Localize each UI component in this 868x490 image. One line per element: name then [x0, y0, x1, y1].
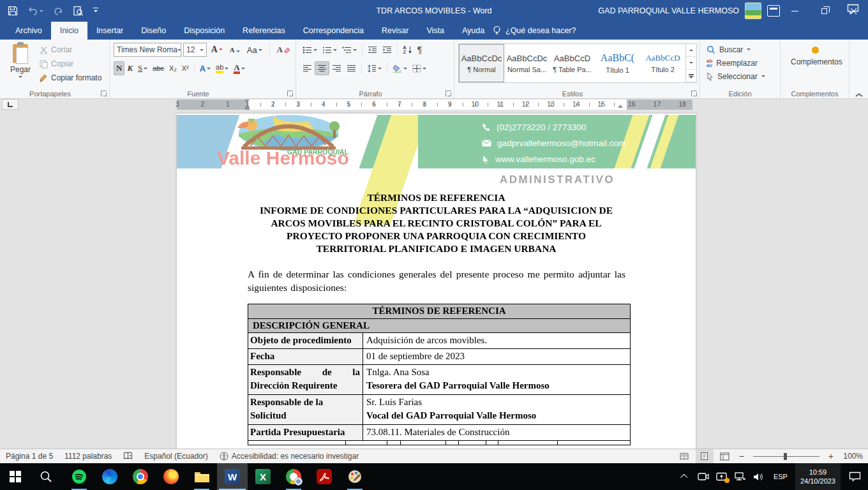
table-row[interactable]: Responsable de la Dirección Requirente T…	[248, 364, 630, 394]
ribbon-tab[interactable]: Ayuda	[453, 22, 493, 40]
table-subtitle-row[interactable]: DESCRIPCIÓN GENERAL	[248, 318, 630, 332]
document-page[interactable]: (02)2773220 / 2773300 gadprvallehermoso@…	[177, 114, 696, 449]
collapse-ribbon-icon[interactable]	[855, 92, 862, 96]
clear-formatting-button[interactable]: A	[274, 43, 293, 57]
align-left-button[interactable]	[300, 61, 315, 75]
language-indicator[interactable]: Español (Ecuador)	[138, 449, 213, 463]
table-row-label[interactable]: Partida Presupuestaria	[248, 425, 363, 440]
find-button[interactable]: Buscar	[707, 43, 777, 56]
table-row-value[interactable]: Adquisición de arcos movibles.	[363, 333, 630, 348]
style-item[interactable]: AaBbCcD ¶ Table Pa...	[550, 44, 595, 82]
table-row-label[interactable]: Responsable de la Dirección Requirente	[248, 365, 363, 394]
cut-button[interactable]: Cortar	[40, 44, 101, 56]
ribbon-tab[interactable]: Inicio	[51, 22, 87, 40]
action-center-icon[interactable]	[845, 471, 864, 482]
italic-button[interactable]: K	[124, 61, 135, 75]
hidden-icons-chevron[interactable]	[678, 474, 692, 479]
styles-scroll-up-icon[interactable]	[686, 44, 696, 57]
taskbar-edge[interactable]	[94, 463, 125, 490]
numbering-button[interactable]	[320, 43, 340, 57]
borders-button[interactable]	[410, 61, 429, 75]
left-indent-marker[interactable]	[244, 102, 250, 108]
ribbon-tab[interactable]: Disposición	[175, 22, 234, 40]
multilevel-list-button[interactable]	[340, 43, 359, 57]
subscript-button[interactable]: X₂	[167, 61, 179, 75]
taskbar-spotify[interactable]	[64, 463, 94, 490]
table-row[interactable]: Fecha 01 de septiembre de 2023	[248, 348, 630, 364]
align-center-button[interactable]	[315, 61, 329, 75]
style-item[interactable]: AaBbC( Título 1	[595, 44, 640, 82]
language-switcher[interactable]: ESP	[770, 473, 791, 480]
table-row-label[interactable]: Responsable de la Solicitud	[248, 395, 363, 424]
read-mode-button[interactable]	[675, 449, 693, 463]
style-item[interactable]: AaBbCcDc ¶ Normal	[459, 44, 504, 82]
increase-indent-button[interactable]	[380, 43, 394, 57]
search-button[interactable]	[31, 463, 61, 490]
style-item[interactable]: AaBbCcDc Normal Sa...	[504, 44, 550, 82]
taskbar-file-explorer[interactable]	[186, 463, 217, 490]
tab-stop-selector[interactable]	[2, 99, 19, 110]
decrease-indent-button[interactable]	[365, 43, 380, 57]
zoom-slider-handle[interactable]	[784, 453, 787, 460]
ribbon-display-options-icon[interactable]	[767, 5, 780, 17]
zoom-in-button[interactable]: +	[826, 451, 836, 461]
table-row[interactable]: Responsable de la Solicitud Sr. Luis Far…	[248, 394, 630, 424]
taskbar-chrome[interactable]	[125, 463, 156, 490]
web-layout-button[interactable]	[716, 449, 734, 463]
ribbon-tab[interactable]: Archivo	[6, 22, 51, 40]
superscript-button[interactable]: X²	[179, 61, 191, 75]
redo-icon[interactable]	[53, 6, 63, 16]
line-spacing-button[interactable]	[364, 61, 384, 75]
table-row-value[interactable]: Tnlga. Ana Sosa Tesorera del GAD Parroqu…	[363, 365, 630, 394]
zoom-level[interactable]: 100%	[839, 452, 863, 461]
font-name-combobox[interactable]: Times New Roma	[114, 43, 181, 57]
clipboard-dialog-launcher-icon[interactable]	[101, 91, 107, 96]
text-effects-button[interactable]: A	[197, 61, 213, 75]
styles-scroll-down-icon[interactable]	[686, 57, 696, 70]
font-size-combobox[interactable]: 12	[183, 43, 207, 57]
change-case-button[interactable]: Aa	[244, 43, 265, 57]
copy-button[interactable]: Copiar	[40, 58, 101, 70]
replace-button[interactable]: abac Reemplazar	[707, 56, 777, 70]
tell-me-box[interactable]: ¿Qué desea hacer?	[493, 22, 576, 40]
bullets-button[interactable]	[300, 43, 320, 57]
table-row-value[interactable]: 73.08.11. Materiales de Construcción	[363, 425, 630, 440]
taskbar-clock[interactable]: 10:59 24/10/2023	[795, 463, 841, 490]
ribbon-tab[interactable]: Revisar	[373, 22, 417, 40]
document-heading[interactable]: TÉRMINOS DE REFERENCIAINFORME DE CONDICI…	[177, 191, 696, 255]
undo-icon[interactable]	[27, 6, 43, 16]
underline-button[interactable]: S	[135, 61, 150, 75]
save-icon[interactable]	[8, 6, 18, 16]
print-preview-icon[interactable]	[73, 6, 84, 17]
table-title-row[interactable]: TÉRMINOS DE REFERENCIA	[248, 304, 630, 318]
print-layout-button[interactable]	[696, 449, 714, 463]
table-row-label[interactable]: Fecha	[248, 349, 363, 364]
left-indent-box-marker[interactable]	[245, 108, 250, 110]
right-indent-marker[interactable]	[618, 102, 623, 108]
paragraph-dialog-launcher-icon[interactable]	[445, 91, 451, 96]
customize-qat-icon[interactable]	[93, 8, 98, 15]
bold-button[interactable]: N	[114, 61, 124, 75]
taskbar-word[interactable]: W	[217, 463, 248, 490]
show-formatting-marks-button[interactable]: ¶	[415, 43, 425, 57]
select-button[interactable]: Seleccionar	[707, 70, 777, 83]
align-right-button[interactable]	[329, 61, 344, 75]
page-indicator[interactable]: Página 1 de 5	[0, 449, 59, 463]
taskbar-firefox[interactable]	[156, 463, 186, 490]
word-count[interactable]: 1112 palabras	[59, 449, 117, 463]
intro-paragraph[interactable]: A fin de determinar las condiciones gene…	[248, 267, 625, 294]
format-painter-button[interactable]: Copiar formato	[40, 72, 101, 84]
font-dialog-launcher-icon[interactable]	[287, 91, 293, 96]
ribbon-tab[interactable]: Referencias	[234, 22, 294, 40]
styles-dialog-launcher-icon[interactable]	[691, 91, 697, 96]
shrink-font-button[interactable]: A	[227, 43, 243, 57]
taskbar-acrobat[interactable]	[309, 463, 340, 490]
network-icon[interactable]	[733, 472, 747, 482]
taskbar-paint[interactable]	[340, 463, 370, 490]
document-table[interactable]: TÉRMINOS DE REFERENCIA DESCRIPCIÓN GENER…	[248, 304, 631, 445]
screenshare-notification-icon[interactable]	[715, 472, 729, 482]
grow-font-button[interactable]: A	[209, 43, 225, 57]
sort-button[interactable]: AZ	[400, 43, 415, 57]
shading-button[interactable]	[390, 61, 410, 75]
highlight-color-button[interactable]: ab	[213, 61, 231, 75]
